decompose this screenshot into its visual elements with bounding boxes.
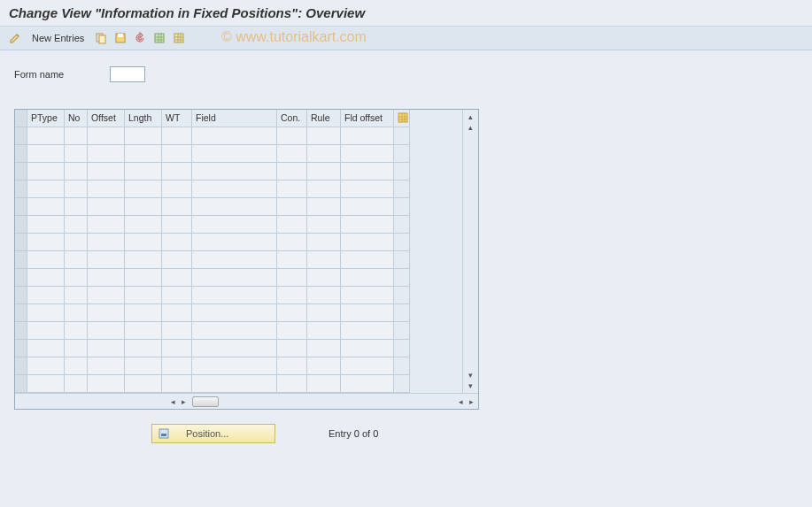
cell-field[interactable] xyxy=(192,340,277,357)
cell-fld-offset[interactable] xyxy=(341,216,394,234)
cell-ptype[interactable] xyxy=(27,216,65,234)
cell-rule[interactable] xyxy=(307,181,341,198)
row-selector[interactable] xyxy=(15,251,27,269)
cell-fld-offset[interactable] xyxy=(341,287,394,304)
cell-fld-offset[interactable] xyxy=(341,322,394,340)
cell-wt[interactable] xyxy=(162,145,192,163)
cell-lngth[interactable] xyxy=(125,375,162,393)
cell-fld-offset[interactable] xyxy=(341,163,394,181)
cell-ptype[interactable] xyxy=(27,234,65,251)
cell-offset[interactable] xyxy=(88,269,125,287)
cell-no[interactable] xyxy=(65,375,88,393)
cell-offset[interactable] xyxy=(88,287,125,304)
cell-offset[interactable] xyxy=(88,163,125,181)
cell-fld-offset[interactable] xyxy=(341,127,394,145)
cell-ptype[interactable] xyxy=(27,357,65,375)
cell-wt[interactable] xyxy=(162,251,192,269)
cell-lngth[interactable] xyxy=(125,181,162,198)
cell-wt[interactable] xyxy=(162,322,192,340)
cell-wt[interactable] xyxy=(162,163,192,181)
cell-con[interactable] xyxy=(277,287,307,304)
cell-ptype[interactable] xyxy=(27,304,65,322)
cell-lngth[interactable] xyxy=(125,127,162,145)
cell-offset[interactable] xyxy=(88,340,125,357)
cell-ptype[interactable] xyxy=(27,198,65,216)
col-offset[interactable]: Offset xyxy=(88,110,125,127)
row-selector[interactable] xyxy=(15,322,27,340)
table-row[interactable] xyxy=(15,322,462,340)
cell-field[interactable] xyxy=(192,127,277,145)
cell-rule[interactable] xyxy=(307,251,341,269)
cell-wt[interactable] xyxy=(162,304,192,322)
cell-con[interactable] xyxy=(277,181,307,198)
row-selector[interactable] xyxy=(15,304,27,322)
cell-con[interactable] xyxy=(277,340,307,357)
cell-wt[interactable] xyxy=(162,287,192,304)
scroll-right-last-icon[interactable]: ▸ xyxy=(466,396,476,407)
cell-wt[interactable] xyxy=(162,357,192,375)
position-button[interactable]: Position... xyxy=(151,424,275,443)
cell-con[interactable] xyxy=(277,216,307,234)
cell-no[interactable] xyxy=(65,357,88,375)
cell-field[interactable] xyxy=(192,375,277,393)
cell-lngth[interactable] xyxy=(125,198,162,216)
cell-wt[interactable] xyxy=(162,216,192,234)
cell-ptype[interactable] xyxy=(27,163,65,181)
scroll-up-top-icon[interactable]: ▴ xyxy=(466,111,476,122)
scroll-right-icon[interactable]: ◂ xyxy=(455,396,466,407)
new-entries-button[interactable]: New Entries xyxy=(27,31,89,45)
cell-no[interactable] xyxy=(65,216,88,234)
cell-field[interactable] xyxy=(192,269,277,287)
vertical-scrollbar[interactable]: ▴ ▴ ▾ ▾ xyxy=(462,110,478,393)
cell-ptype[interactable] xyxy=(27,251,65,269)
cell-con[interactable] xyxy=(277,375,307,393)
cell-offset[interactable] xyxy=(88,181,125,198)
cell-no[interactable] xyxy=(65,304,88,322)
cell-lngth[interactable] xyxy=(125,145,162,163)
cell-rule[interactable] xyxy=(307,127,341,145)
cell-no[interactable] xyxy=(65,322,88,340)
cell-con[interactable] xyxy=(277,251,307,269)
cell-ptype[interactable] xyxy=(27,269,65,287)
cell-wt[interactable] xyxy=(162,181,192,198)
cell-no[interactable] xyxy=(65,198,88,216)
table-row[interactable] xyxy=(15,145,462,163)
table-row[interactable] xyxy=(15,216,462,234)
table-row[interactable] xyxy=(15,234,462,251)
cell-fld-offset[interactable] xyxy=(341,181,394,198)
scroll-down-bottom-icon[interactable]: ▾ xyxy=(466,380,476,391)
table-row[interactable] xyxy=(15,163,462,181)
cell-no[interactable] xyxy=(65,269,88,287)
table-configure-icon[interactable] xyxy=(394,110,410,127)
hscroll-thumb[interactable] xyxy=(192,396,219,407)
cell-fld-offset[interactable] xyxy=(341,375,394,393)
cell-field[interactable] xyxy=(192,304,277,322)
cell-rule[interactable] xyxy=(307,304,341,322)
cell-field[interactable] xyxy=(192,251,277,269)
row-selector[interactable] xyxy=(15,287,27,304)
row-selector[interactable] xyxy=(15,375,27,393)
cell-offset[interactable] xyxy=(88,198,125,216)
undo-icon[interactable] xyxy=(132,30,148,46)
cell-fld-offset[interactable] xyxy=(341,269,394,287)
deselect-all-icon[interactable] xyxy=(171,30,187,46)
cell-fld-offset[interactable] xyxy=(341,234,394,251)
row-selector[interactable] xyxy=(15,216,27,234)
cell-field[interactable] xyxy=(192,287,277,304)
table-row[interactable] xyxy=(15,375,462,393)
col-rule[interactable]: Rule xyxy=(307,110,341,127)
row-selector[interactable] xyxy=(15,269,27,287)
cell-con[interactable] xyxy=(277,322,307,340)
select-all-icon[interactable] xyxy=(151,30,167,46)
cell-rule[interactable] xyxy=(307,357,341,375)
row-selector[interactable] xyxy=(15,198,27,216)
cell-field[interactable] xyxy=(192,181,277,198)
cell-field[interactable] xyxy=(192,357,277,375)
row-selector[interactable] xyxy=(15,357,27,375)
cell-fld-offset[interactable] xyxy=(341,340,394,357)
save-icon[interactable] xyxy=(112,30,128,46)
cell-con[interactable] xyxy=(277,269,307,287)
cell-wt[interactable] xyxy=(162,127,192,145)
cell-con[interactable] xyxy=(277,127,307,145)
col-lngth[interactable]: Lngth xyxy=(125,110,162,127)
